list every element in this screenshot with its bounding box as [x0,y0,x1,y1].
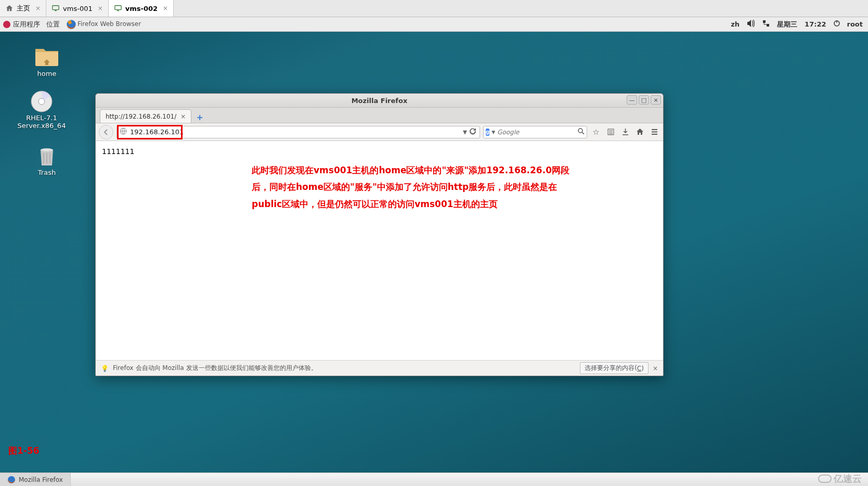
svg-rect-1 [55,10,57,11]
firefox-icon [66,19,76,30]
page-content: 1111111 此时我们发现在vms001主机的home区域中的"来源"添加19… [96,141,663,360]
search-icon[interactable] [577,127,585,137]
user-label[interactable]: root [847,20,863,28]
monitor-icon [51,4,60,12]
applications-menu[interactable]: 应用程序 [3,20,40,29]
watermark: 亿速云 [818,472,862,485]
bulb-icon: 💡 [101,365,109,372]
browser-tab[interactable]: http://192.168.26.101/ × [100,109,191,123]
folder-home-icon [34,45,59,67]
input-language[interactable]: zh [731,20,740,28]
vm-tab-bar: 主页 × vms-001 × vms-002 × [0,0,868,17]
taskbar: Mozilla Firefox 亿速云 [0,472,868,486]
vm-tab-label: vms-002 [125,5,158,12]
figure-caption: 图1-56 [8,445,40,457]
svg-rect-2 [115,6,121,10]
icon-label: home [16,70,78,78]
cloud-icon [818,475,832,483]
menu-icon[interactable] [649,126,660,138]
close-button[interactable]: × [651,95,661,105]
network-icon[interactable] [762,20,770,29]
annotation-text: 此时我们发现在vms001主机的home区域中的"来源"添加192.168.26… [252,162,585,212]
browser-toolbar: 192.168.26.101 ▾ g ▼ ☆ [96,123,663,141]
search-bar[interactable]: g ▼ [483,126,587,138]
vm-tab-label: vms-001 [63,5,93,12]
minimize-button[interactable]: — [627,95,637,105]
reload-icon[interactable] [469,127,476,137]
search-input[interactable] [497,129,575,136]
bookmarks-list-icon[interactable] [605,126,616,138]
tab-close-icon[interactable]: × [180,113,186,120]
new-tab-button[interactable]: + [193,111,206,123]
gnome-top-bar: 应用程序 位置 Firefox Web Browser zh 星期三 17:22… [0,17,868,32]
volume-icon[interactable] [747,20,755,29]
tab-label: http://192.168.26.101/ [106,113,176,120]
svg-point-4 [67,20,76,29]
svg-point-13 [578,129,582,133]
globe-icon [120,127,128,137]
icon-label: RHEL-7.1 Server.x86_64 [10,114,73,130]
desktop[interactable]: home RHEL-7.1 Server.x86_64 Trash Mozill… [0,32,868,472]
maximize-button[interactable]: □ [639,95,649,105]
close-icon[interactable]: × [98,5,103,12]
places-menu[interactable]: 位置 [46,20,60,29]
active-app-label: Firefox Web Browser [77,20,141,28]
svg-rect-3 [117,10,119,11]
close-icon[interactable]: × [163,5,168,12]
dropdown-icon[interactable]: ▾ [463,127,467,137]
vm-tab-vms002[interactable]: vms-002 × [109,0,174,17]
clock-time[interactable]: 17:22 [805,20,826,28]
browser-footer-bar: 💡 Firefox 会自动向 Mozilla 发送一些数据以便我们能够改善您的用… [96,360,663,376]
redhat-icon [3,21,10,28]
window-title: Mozilla Firefox [96,97,663,105]
vm-tab-vms001[interactable]: vms-001 × [46,0,109,17]
desktop-icon-home[interactable]: home [16,45,78,78]
footer-close-icon[interactable]: × [653,365,658,372]
monitor-icon [114,4,122,12]
active-app-indicator[interactable]: Firefox Web Browser [66,19,76,30]
google-icon: g [486,129,489,136]
downloads-icon[interactable] [619,126,631,138]
desktop-icon-disc[interactable]: RHEL-7.1 Server.x86_64 [10,89,73,130]
vm-tab-label: 主页 [17,4,30,13]
svg-rect-8 [836,20,837,23]
icon-label: Trash [16,169,78,176]
page-text: 1111111 [102,147,657,156]
taskbar-item-firefox[interactable]: Mozilla Firefox [0,473,71,486]
url-text: 192.168.26.101 [128,128,463,136]
svg-rect-0 [53,6,59,10]
bookmark-star-icon[interactable]: ☆ [590,126,602,138]
disc-icon [29,89,54,111]
footer-message: Firefox 会自动向 Mozilla 发送一些数据以便我们能够改善您的用户体… [113,364,317,373]
address-bar[interactable]: 192.168.26.101 ▾ [116,126,480,138]
clock-day[interactable]: 星期三 [777,20,797,29]
share-choose-button[interactable]: 选择要分享的内容(C) [580,362,649,374]
close-icon[interactable]: × [35,5,41,12]
back-button[interactable] [99,125,113,139]
power-icon[interactable] [834,20,840,28]
home-icon [5,4,14,12]
vm-tab-home[interactable]: 主页 × [0,0,46,17]
chevron-down-icon[interactable]: ▼ [491,130,495,135]
menu-label: 位置 [46,20,60,29]
home-icon[interactable] [634,126,645,138]
menu-label: 应用程序 [13,20,40,29]
svg-point-15 [8,476,15,483]
desktop-icon-trash[interactable]: Trash [16,144,78,176]
taskbar-label: Mozilla Firefox [19,476,63,483]
browser-tab-strip: http://192.168.26.101/ × + [96,108,663,123]
firefox-icon [7,476,16,484]
firefox-window: Mozilla Firefox — □ × http://192.168.26.… [95,93,664,376]
svg-point-11 [41,148,53,151]
svg-rect-5 [763,20,766,23]
trash-icon [34,144,59,165]
window-titlebar[interactable]: Mozilla Firefox — □ × [96,94,663,108]
